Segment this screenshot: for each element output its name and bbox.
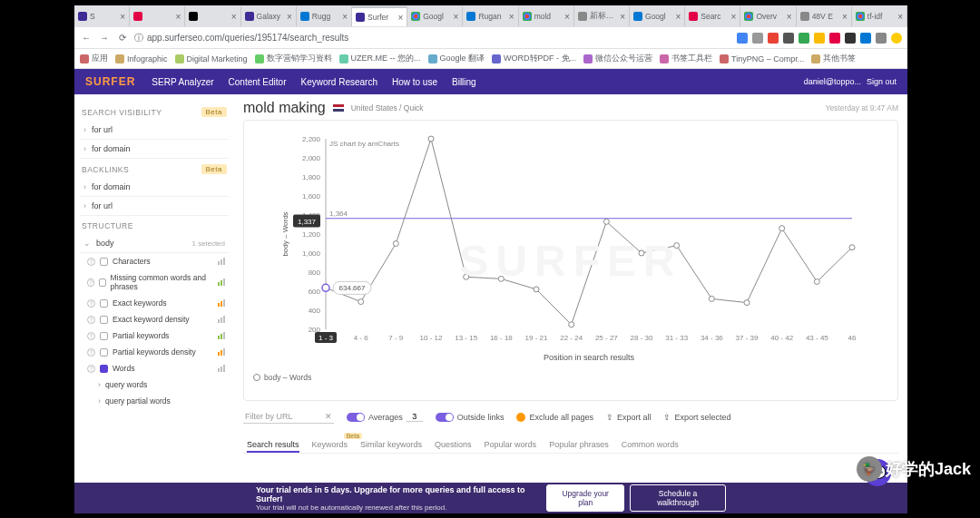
browser-tab[interactable]: tf-idf× [852, 6, 907, 26]
ext-icon[interactable] [799, 33, 809, 44]
info-icon[interactable]: ? [87, 279, 94, 287]
url-filter-input[interactable]: Filter by URL ✕ [243, 410, 334, 424]
ext-icon[interactable] [737, 33, 748, 44]
export-selected[interactable]: ⇪ Export selected [663, 413, 730, 422]
ext-icon[interactable] [783, 33, 794, 44]
browser-tab[interactable]: Searc× [685, 6, 740, 26]
sidebar-sub-item[interactable]: ?Missing common words and phrases [80, 269, 229, 295]
info-icon[interactable]: ? [87, 348, 95, 357]
close-icon[interactable]: × [231, 12, 237, 22]
sidebar-item[interactable]: ›for url [80, 121, 229, 140]
browser-tab[interactable]: mold× [519, 6, 574, 26]
close-icon[interactable]: × [787, 12, 792, 22]
bookmark-item[interactable]: Infographic [115, 54, 168, 64]
ext-icon[interactable] [752, 33, 763, 44]
sidebar-item[interactable]: ›for domain [80, 140, 229, 159]
ext-icon[interactable] [768, 33, 779, 44]
checkbox[interactable] [100, 365, 108, 373]
browser-tab[interactable]: Surfer× [352, 6, 407, 26]
ext-icon[interactable] [829, 33, 840, 44]
close-icon[interactable]: × [287, 12, 292, 22]
result-tab[interactable]: Popular words [485, 438, 537, 453]
close-icon[interactable]: × [620, 12, 625, 22]
info-icon[interactable]: ? [87, 299, 95, 308]
browser-tab[interactable]: 48V E× [797, 6, 852, 26]
sidebar-sub-item[interactable]: ?Partial keywords [80, 327, 229, 344]
result-tab[interactable]: Questions [435, 438, 472, 453]
sidebar-item-body[interactable]: ⌄body1 selected [80, 234, 229, 253]
result-tab[interactable]: Similar keywords [360, 438, 422, 453]
browser-tab[interactable]: Rugan× [463, 6, 518, 26]
ext-icon[interactable] [814, 33, 825, 44]
bookmark-item[interactable]: 数字营销学习资料 [255, 53, 332, 64]
bookmark-item[interactable]: UZER.ME -- 您的... [339, 53, 421, 64]
sidebar-sub-item[interactable]: ?Words [80, 360, 229, 376]
schedule-button[interactable]: Schedule a walkthrough [630, 484, 726, 512]
browser-tab[interactable]: Googl× [630, 6, 685, 26]
close-icon[interactable]: × [897, 12, 903, 22]
bookmark-item[interactable]: 其他书签 [811, 53, 856, 64]
info-icon[interactable]: ? [87, 332, 95, 340]
sidebar-sub-item[interactable]: ›query words [80, 376, 229, 393]
logo[interactable]: SURFER [85, 75, 135, 88]
nav-link[interactable]: Keyword Research [300, 77, 377, 87]
result-tab[interactable]: KeywordsBeta [312, 438, 348, 453]
browser-tab[interactable]: Googl× [407, 6, 463, 26]
sidebar-sub-item[interactable]: ?Characters [80, 253, 229, 269]
sidebar-sub-item[interactable]: ?Exact keyword density [80, 311, 229, 327]
checkbox[interactable] [100, 258, 108, 266]
close-icon[interactable]: × [509, 12, 514, 22]
close-icon[interactable]: × [731, 12, 737, 22]
browser-tab[interactable]: × [185, 6, 240, 26]
sidebar-sub-item[interactable]: ?Partial keywords density [80, 344, 229, 360]
result-tab[interactable]: Search results [247, 438, 299, 453]
reload-button[interactable]: ⟳ [116, 32, 129, 44]
browser-tab[interactable]: S× [74, 6, 130, 26]
bookmark-item[interactable]: Digital Marketing [175, 54, 248, 64]
close-icon[interactable]: × [454, 12, 459, 22]
back-button[interactable]: ← [80, 32, 93, 44]
bookmark-item[interactable]: Google 翻译 [428, 53, 485, 64]
nav-link[interactable]: SERP Analyzer [152, 77, 213, 87]
clear-icon[interactable]: ✕ [325, 412, 332, 421]
bookmark-item[interactable]: 微信公众号运营 [583, 53, 652, 64]
site-info-icon[interactable]: ⓘ [134, 32, 143, 44]
upgrade-button[interactable]: Upgrade your plan [546, 484, 624, 512]
averages-toggle[interactable]: Averages [347, 412, 423, 422]
checkbox[interactable] [99, 279, 106, 287]
ext-icon[interactable] [860, 33, 871, 44]
close-icon[interactable]: × [397, 13, 403, 23]
signout-link[interactable]: Sign out [867, 77, 897, 86]
browser-tab[interactable]: 新标签页× [574, 6, 630, 26]
browser-tab[interactable]: Galaxy× [241, 6, 297, 26]
close-icon[interactable]: × [842, 12, 848, 22]
sidebar-sub-item[interactable]: ›query partial words [80, 393, 229, 409]
export-all[interactable]: ⇪ Export all [606, 413, 652, 422]
info-icon[interactable]: ? [87, 258, 95, 266]
bookmark-item[interactable]: 书签工具栏 [660, 53, 712, 64]
close-icon[interactable]: × [342, 12, 348, 22]
user-email[interactable]: daniel@toppo... [804, 77, 861, 86]
checkbox[interactable] [100, 299, 108, 308]
browser-tab[interactable]: × [130, 6, 185, 26]
result-tab[interactable]: Common words [622, 438, 679, 453]
result-tab[interactable]: Popular phrases [549, 438, 609, 453]
bookmark-item[interactable]: 应用 [80, 53, 108, 64]
browser-tab[interactable]: Overv× [740, 6, 796, 26]
exclude-pages[interactable]: Exclude all pages [516, 413, 593, 422]
ext-icon[interactable] [845, 33, 856, 44]
info-icon[interactable]: ? [87, 316, 95, 324]
nav-link[interactable]: Content Editor [229, 77, 287, 87]
close-icon[interactable]: × [120, 12, 125, 22]
nav-link[interactable]: Billing [452, 77, 476, 87]
sidebar-item[interactable]: ›for domain [80, 178, 229, 197]
avatar[interactable] [891, 33, 902, 44]
ext-icon[interactable] [876, 33, 887, 44]
line-chart[interactable]: 2004006008001,0001,2001,4001,6001,8002,0… [253, 130, 888, 366]
sidebar-sub-item[interactable]: ?Exact keywords [80, 295, 229, 311]
close-icon[interactable]: × [564, 12, 570, 22]
info-icon[interactable]: ? [87, 365, 95, 373]
nav-link[interactable]: How to use [392, 77, 437, 87]
checkbox[interactable] [100, 348, 108, 357]
bookmark-item[interactable]: WORD转PDF - 免... [492, 53, 576, 64]
